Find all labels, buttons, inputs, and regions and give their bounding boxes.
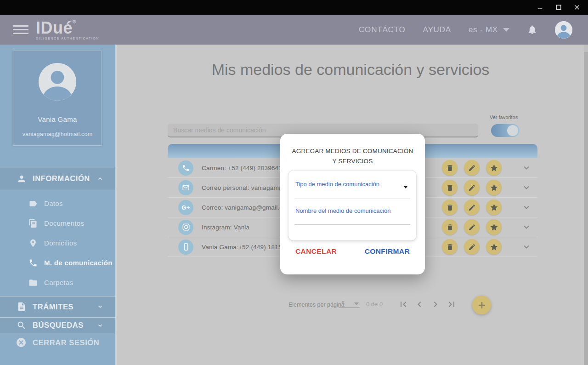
- tipo-medio-label: Tipo de medio de comunicación: [295, 181, 379, 188]
- add-medium-dialog: AGREGAR MEDIOS DE COMUNICACIÓN Y SERVICI…: [280, 134, 425, 274]
- app-window: IDué® DILIGENCE AUTHENTICATION CONTÁCTO …: [0, 0, 588, 365]
- nombre-medio-label: Nombre del medio de comunicación: [295, 207, 390, 214]
- field-underline: [294, 224, 410, 225]
- confirm-button[interactable]: CONFIRMAR: [365, 247, 410, 256]
- field-underline: [294, 199, 410, 199]
- tipo-medio-select[interactable]: Tipo de medio de comunicación: [288, 171, 416, 200]
- nombre-medio-input[interactable]: Nombre del medio de comunicación: [288, 200, 416, 227]
- dropdown-arrow-icon: [403, 186, 408, 188]
- dialog-title: AGREGAR MEDIOS DE COMUNICACIÓN Y SERVICI…: [280, 146, 425, 166]
- dialog-form-card: Tipo de medio de comunicación Nombre del…: [288, 171, 416, 240]
- cancel-button[interactable]: CANCELAR: [295, 247, 337, 256]
